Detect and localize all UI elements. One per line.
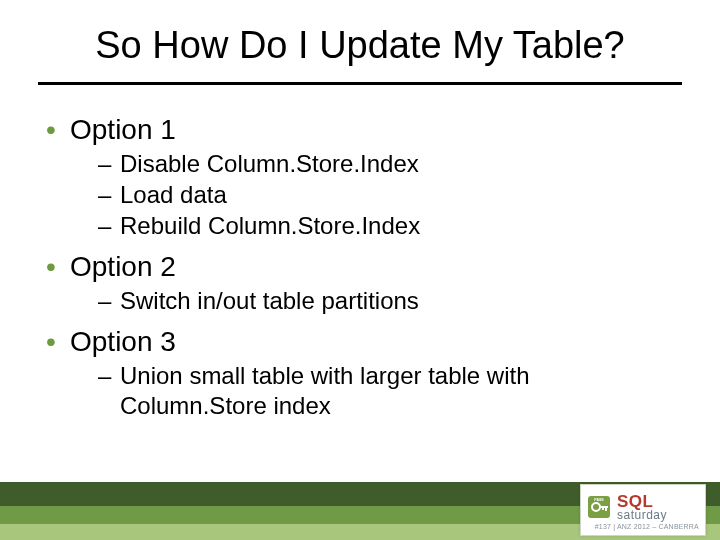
- key-icon: PASS: [587, 495, 611, 519]
- bullet-label: Option 1: [70, 114, 176, 145]
- title-underline: [38, 82, 682, 85]
- footer: PASS SQL saturday #137 | ANZ 2012 – CANB…: [0, 480, 720, 540]
- bullet-option-1: Option 1 Disable Column.Store.Index Load…: [44, 112, 664, 241]
- slide-body: Option 1 Disable Column.Store.Index Load…: [44, 110, 664, 429]
- svg-rect-3: [605, 506, 607, 511]
- bullet-option-3: Option 3 Union small table with larger t…: [44, 324, 664, 421]
- bullet-option-2: Option 2 Switch in/out table partitions: [44, 249, 664, 316]
- event-logo: PASS SQL saturday #137 | ANZ 2012 – CANB…: [580, 484, 706, 536]
- svg-rect-4: [602, 506, 604, 510]
- sub-bullet: Union small table with larger table with…: [70, 361, 664, 421]
- sub-bullet: Load data: [70, 180, 664, 210]
- logo-subtext: #137 | ANZ 2012 – CANBERRA: [587, 523, 699, 530]
- logo-brand-line-2: saturday: [617, 509, 667, 521]
- slide-title: So How Do I Update My Table?: [0, 24, 720, 67]
- bullet-label: Option 2: [70, 251, 176, 282]
- bullet-label: Option 3: [70, 326, 176, 357]
- sub-bullet: Disable Column.Store.Index: [70, 149, 664, 179]
- svg-text:PASS: PASS: [594, 497, 604, 501]
- logo-brand-line-1: SQL: [617, 493, 667, 510]
- slide: So How Do I Update My Table? Option 1 Di…: [0, 0, 720, 540]
- sub-bullet: Rebuild Column.Store.Index: [70, 211, 664, 241]
- sub-bullet: Switch in/out table partitions: [70, 286, 664, 316]
